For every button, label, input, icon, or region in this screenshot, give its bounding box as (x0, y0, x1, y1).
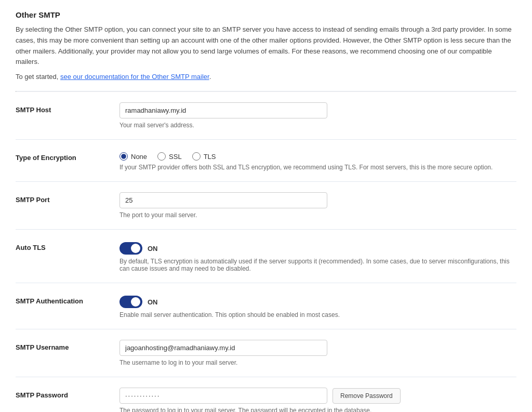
remove-password-button[interactable]: Remove Password (332, 388, 401, 404)
smtp-host-label: SMTP Host (16, 102, 119, 114)
smtp-port-input[interactable] (119, 192, 327, 208)
smtp-auth-state: ON (148, 298, 158, 306)
auto-tls-control: ON By default, TLS encryption is automat… (119, 240, 516, 272)
doc-link[interactable]: see our documentation for the Other SMTP… (60, 73, 209, 81)
encryption-option-tls[interactable]: TLS (192, 152, 216, 161)
smtp-port-control: The port to your mail server. (119, 192, 516, 219)
auto-tls-toggle[interactable] (119, 242, 142, 255)
smtp-password-label: SMTP Password (16, 388, 119, 399)
smtp-username-row: SMTP Username The username to log in to … (16, 329, 516, 377)
smtp-auth-control: ON Enable mail server authentication. Th… (119, 294, 516, 318)
smtp-port-hint: The port to your mail server. (119, 211, 516, 219)
page-header: Other SMTP By selecting the Other SMTP o… (16, 10, 516, 81)
auto-tls-state: ON (148, 245, 158, 252)
smtp-host-row: SMTP Host Your mail server's address. (16, 92, 516, 140)
smtp-password-input[interactable] (119, 388, 327, 404)
page-title: Other SMTP (16, 10, 516, 19)
encryption-control: None SSL TLS If your SMTP provider offer… (119, 150, 516, 171)
encryption-radio-tls[interactable] (192, 152, 201, 161)
encryption-tls-label: TLS (204, 153, 216, 161)
doc-suffix-text: . (209, 73, 211, 81)
smtp-username-input[interactable] (119, 340, 327, 356)
smtp-auth-slider (119, 296, 142, 308)
auto-tls-toggle-wrap: ON (119, 240, 516, 255)
encryption-option-ssl[interactable]: SSL (157, 152, 182, 161)
smtp-username-control: The username to log in to your mail serv… (119, 340, 516, 366)
auto-tls-label: Auto TLS (16, 240, 119, 251)
auto-tls-slider (119, 242, 142, 255)
smtp-auth-hint: Enable mail server authentication. This … (119, 311, 516, 318)
smtp-auth-toggle-wrap: ON (119, 294, 516, 308)
smtp-host-hint: Your mail server's address. (119, 122, 516, 129)
encryption-radio-ssl[interactable] (157, 152, 166, 161)
doc-prefix-text: To get started, (16, 73, 60, 81)
smtp-password-row: SMTP Password Remove Password The passwo… (16, 377, 516, 412)
encryption-ssl-label: SSL (169, 153, 182, 161)
smtp-username-hint: The username to log in to your mail serv… (119, 359, 516, 366)
encryption-row: Type of Encryption None SSL TLS If your … (16, 140, 516, 182)
smtp-auth-label: SMTP Authentication (16, 294, 119, 305)
smtp-password-input-row: Remove Password (119, 388, 516, 404)
encryption-none-label: None (131, 153, 147, 161)
auto-tls-row: Auto TLS ON By default, TLS encryption i… (16, 230, 516, 283)
page-container: Other SMTP By selecting the Other SMTP o… (16, 10, 516, 412)
encryption-label: Type of Encryption (16, 150, 119, 162)
smtp-host-input[interactable] (119, 102, 327, 118)
smtp-auth-row: SMTP Authentication ON Enable mail serve… (16, 283, 516, 329)
doc-link-paragraph: To get started, see our documentation fo… (16, 73, 516, 81)
smtp-host-control: Your mail server's address. (119, 102, 516, 129)
smtp-password-control: Remove Password The password to log in t… (119, 388, 516, 412)
encryption-radio-none[interactable] (119, 152, 128, 161)
encryption-option-none[interactable]: None (119, 152, 147, 161)
smtp-username-label: SMTP Username (16, 340, 119, 351)
smtp-auth-toggle[interactable] (119, 296, 142, 308)
encryption-hint: If your SMTP provider offers both SSL an… (119, 164, 516, 171)
smtp-password-hint: The password to log in to your mail serv… (119, 407, 516, 412)
encryption-radio-group: None SSL TLS (119, 150, 516, 161)
smtp-port-row: SMTP Port The port to your mail server. (16, 182, 516, 230)
auto-tls-hint: By default, TLS encryption is automatica… (119, 258, 516, 272)
smtp-port-label: SMTP Port (16, 192, 119, 204)
page-description: By selecting the Other SMTP option, you … (16, 24, 516, 68)
